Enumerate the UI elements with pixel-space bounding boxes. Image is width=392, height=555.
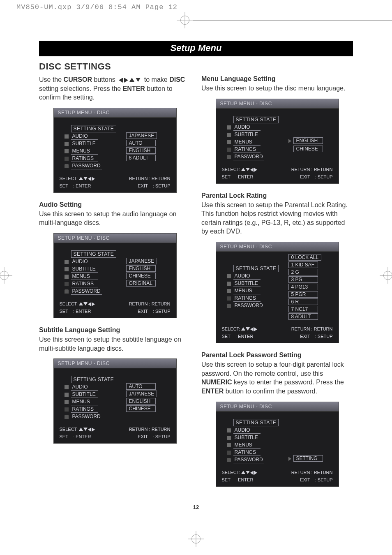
osd-title: SETUP MENU - DISC: [216, 402, 339, 411]
osd-left-item: RATINGS: [233, 449, 261, 456]
osd-footer-label: RETURN : RETURN: [291, 167, 333, 172]
osd-left-head: SETTING STATE: [71, 125, 117, 132]
osd-val: JAPANESE: [126, 391, 157, 397]
osd-left-item: SUBTITLE: [233, 280, 261, 287]
osd-val: JAPANESE: [126, 132, 157, 139]
pointer-icon: [288, 139, 291, 143]
osd-footer-label: EXIT: [300, 174, 310, 179]
osd-left-item: RATINGS: [233, 146, 261, 153]
osd-val: ENGLISH: [126, 398, 156, 405]
arrow-icons: [241, 327, 257, 331]
text: setting selections. Press the: [39, 85, 123, 92]
osd-val: ENGLISH: [126, 265, 156, 272]
osd-footer-label: SELECT:: [222, 326, 240, 331]
intro-paragraph: Use the CURSOR buttons to make DISC sett…: [39, 75, 191, 102]
body-menulang: Use this screen to setup the disc menu l…: [201, 84, 353, 93]
heading-password: Parental Lock Password Setting: [201, 352, 353, 359]
osd-title: SETUP MENU - DISC: [216, 242, 339, 251]
osd-left-item: PASSWORD: [71, 414, 102, 420]
osd-footer-label: : ENTER: [235, 477, 253, 482]
osd-footer-label: RETURN : RETURN: [129, 301, 171, 306]
osd-footer-label: EXIT: [300, 334, 310, 339]
osd-val: 7 NC17: [288, 306, 318, 312]
osd-left-item: MENUS: [71, 399, 98, 405]
body-password: Use this screen to setup a four-digit pa…: [201, 360, 353, 395]
osd-footer-label: : SETUP: [153, 183, 171, 188]
body-subtitle: Use this screen to setup the subtitle la…: [39, 335, 191, 353]
osd-left-item: MENUS: [233, 139, 261, 146]
osd-left-item: AUDIO: [71, 259, 98, 265]
osd-val: ORIGINAL: [126, 280, 156, 287]
arrow-icons: [79, 177, 95, 181]
heading-audio: Audio Setting: [39, 201, 191, 208]
osd-left-item: PASSWORD: [71, 288, 102, 295]
osd-footer-label: RETURN : RETURN: [291, 470, 333, 475]
section-banner: Setup Menu: [39, 41, 353, 56]
osd-footer-label: SELECT:: [222, 167, 240, 172]
osd-left-item: RATINGS: [71, 155, 98, 162]
osd-val: ENGLISH: [293, 137, 323, 144]
prepress-header: MV850-UM.qxp 3/9/06 8:54 AM Page 12: [0, 0, 392, 12]
osd-val: 0 LOCK ALL: [288, 254, 322, 261]
osd-left-item: SUBTITLE: [71, 391, 98, 398]
osd-footer-label: RETURN : RETURN: [129, 176, 171, 181]
osd-title: SETUP MENU - DISC: [53, 108, 177, 117]
osd-footer-label: : SETUP: [315, 477, 333, 482]
osd-footer-label: SELECT:: [60, 176, 78, 181]
osd-val: JAPANESE: [126, 258, 157, 264]
osd-left-item: SUBTITLE: [233, 435, 261, 441]
text: Use the: [39, 76, 64, 83]
osd-val: 2 G: [288, 269, 318, 275]
osd-left-head: SETTING STATE: [233, 116, 279, 123]
osd-left-head: SETTING STATE: [233, 419, 279, 426]
osd-val: SETTING: [293, 455, 323, 462]
arrow-icons: [241, 168, 257, 172]
text: Use this screen to setup a four-digit pa…: [201, 361, 344, 377]
osd-footer-label: EXIT: [138, 434, 148, 439]
pointer-icon: [288, 457, 291, 461]
osd-footer-label: : ENTER: [73, 434, 91, 439]
osd-val: AUTO: [126, 383, 156, 390]
osd-footer-label: SELECT:: [60, 301, 78, 306]
osd-footer-label: : SETUP: [315, 174, 333, 179]
osd-footer-label: SET: [222, 334, 231, 339]
osd-val: AUTO: [126, 140, 156, 146]
osd-subtitle: SETUP MENU - DISC SETTING STATE AUDIO SU…: [53, 358, 177, 444]
osd-footer-label: RETURN : RETURN: [291, 326, 333, 331]
osd-footer-label: : SETUP: [153, 309, 171, 314]
osd-val: 8 ADULT: [288, 313, 318, 320]
osd-val: 1 KID SAF: [288, 261, 318, 268]
osd-val: ENGLISH: [126, 147, 156, 154]
osd-left-item: MENUS: [233, 442, 261, 449]
osd-footer-label: EXIT: [300, 477, 310, 482]
text: ENTER: [123, 85, 145, 92]
osd-footer-label: RETURN : RETURN: [129, 427, 171, 432]
osd-left-item: SUBTITLE: [71, 266, 98, 273]
osd-footer-label: SET: [60, 434, 68, 439]
osd-val: 5 PGR: [288, 291, 318, 298]
heading-disc-settings: DISC SETTINGS: [39, 61, 191, 72]
heading-rating: Parental Lock Rating: [201, 192, 353, 199]
osd-val: 3 PG: [288, 276, 318, 283]
osd-footer-label: SET: [60, 309, 68, 314]
osd-left-item: SUBTITLE: [233, 132, 261, 138]
osd-val: 8 ADULT: [126, 155, 156, 161]
osd-footer-label: : ENTER: [235, 174, 253, 179]
osd-left-head: SETTING STATE: [233, 265, 279, 272]
body-audio: Use this screen to setup the audio langu…: [39, 210, 191, 227]
osd-left-item: RATINGS: [71, 281, 98, 287]
osd-title: SETUP MENU - DISC: [216, 99, 339, 108]
body-rating: Use this screen to setup the Parental Lo…: [201, 201, 353, 236]
osd-val: 6 R: [288, 298, 318, 305]
arrow-icons: [241, 471, 257, 475]
osd-left-item: MENUS: [71, 273, 98, 280]
osd-footer-label: : ENTER: [73, 309, 91, 314]
osd-left-item: AUDIO: [233, 124, 261, 131]
osd-overview: SETUP MENU - DISC SETTING STATE AUDIO SU…: [53, 108, 177, 193]
osd-val: CHINESE: [126, 405, 156, 412]
osd-left-item: PASSWORD: [71, 163, 102, 169]
osd-menulang: SETUP MENU - DISC SETTING STATE AUDIO SU…: [216, 99, 339, 184]
register-mark-top: [177, 12, 193, 28]
osd-footer-label: SET: [222, 477, 231, 482]
osd-left-item: PASSWORD: [233, 303, 264, 309]
